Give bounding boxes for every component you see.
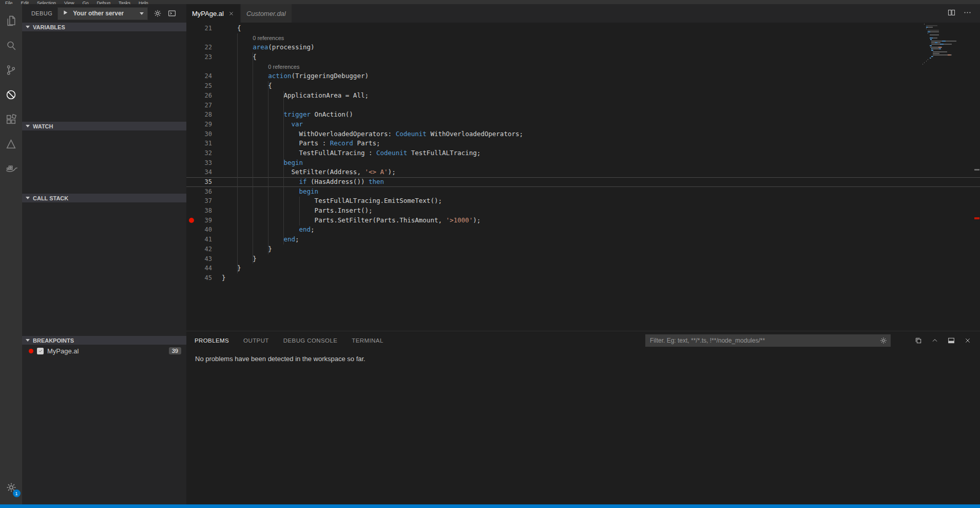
breakpoint-gutter[interactable]	[186, 33, 197, 43]
docker-icon[interactable]	[0, 156, 22, 181]
section-header-call-stack[interactable]: CALL STACK	[22, 194, 186, 202]
line-number[interactable]: 23	[197, 52, 212, 62]
breakpoint-gutter[interactable]	[186, 244, 197, 254]
code-text[interactable]: if (HasAddress()) then	[222, 177, 980, 187]
code-text[interactable]: TestFullALTracing.EmitSomeText();	[222, 196, 980, 206]
line-number[interactable]: 27	[197, 101, 212, 110]
breakpoint-gutter[interactable]	[186, 62, 197, 72]
close-panel-icon[interactable]	[964, 336, 972, 345]
line-number[interactable]: 45	[197, 273, 212, 283]
code-text[interactable]: ApplicationArea = All;	[222, 91, 980, 101]
code-text[interactable]: TestFullALTracing : Codeunit TestFullALT…	[222, 148, 980, 158]
line-number[interactable]: 31	[197, 139, 212, 148]
code-text[interactable]: {	[222, 52, 980, 62]
line-number[interactable]: 36	[197, 187, 212, 197]
configure-gear-icon[interactable]	[153, 9, 162, 18]
debug-config-dropdown[interactable]: Your other server	[57, 7, 148, 20]
line-number[interactable]: 24	[197, 71, 212, 81]
start-debugging-icon[interactable]	[62, 9, 69, 18]
code-text[interactable]: begin	[222, 158, 980, 168]
overview-ruler[interactable]	[973, 23, 980, 331]
split-editor-icon[interactable]	[947, 8, 956, 18]
breakpoint-gutter[interactable]	[186, 177, 197, 187]
breakpoint-gutter[interactable]	[186, 43, 197, 52]
breakpoint-gutter[interactable]	[186, 120, 197, 129]
code-text[interactable]	[222, 101, 980, 110]
line-number[interactable]: 39	[197, 216, 212, 225]
line-number[interactable]: 35	[197, 177, 212, 187]
breakpoint-gutter[interactable]	[186, 71, 197, 81]
breakpoint-gutter[interactable]	[186, 167, 197, 177]
line-number[interactable]	[197, 62, 212, 72]
line-number[interactable]: 44	[197, 264, 212, 273]
panel-tab-output[interactable]: OUTPUT	[243, 337, 269, 344]
breakpoint-gutter[interactable]	[186, 129, 197, 139]
menu-item-edit[interactable]: Edit	[21, 0, 29, 4]
code-text[interactable]: begin	[222, 187, 980, 197]
breakpoint-gutter[interactable]	[186, 264, 197, 273]
search-icon[interactable]	[0, 33, 22, 58]
minimap[interactable]	[923, 24, 972, 65]
code-text[interactable]: {	[222, 81, 980, 91]
section-header-watch[interactable]: WATCH	[22, 122, 186, 130]
codelens-label[interactable]: 0 references	[222, 62, 980, 72]
code-text[interactable]: }	[222, 254, 980, 264]
breakpoint-gutter[interactable]	[186, 148, 197, 158]
breakpoint-gutter[interactable]	[186, 24, 197, 33]
breakpoint-gutter[interactable]	[186, 139, 197, 148]
code-text[interactable]: trigger OnAction()	[222, 110, 980, 120]
breakpoint-gutter[interactable]	[186, 235, 197, 244]
codelens-label[interactable]: 0 references	[222, 33, 980, 43]
line-number[interactable]: 33	[197, 158, 212, 168]
section-header-breakpoints[interactable]: BREAKPOINTS	[22, 336, 186, 345]
toggle-panel-layout-icon[interactable]	[947, 336, 955, 345]
line-number[interactable]: 41	[197, 235, 212, 244]
breakpoint-gutter[interactable]	[186, 81, 197, 91]
breakpoint-gutter[interactable]	[186, 91, 197, 101]
code-text[interactable]: end;	[222, 225, 980, 235]
breakpoint-gutter[interactable]	[186, 187, 197, 197]
breakpoint-checkbox[interactable]	[37, 348, 44, 354]
extensions-icon[interactable]	[0, 107, 22, 131]
breakpoint-gutter[interactable]	[186, 158, 197, 168]
breakpoint-gutter[interactable]	[186, 254, 197, 264]
tab-customer-dal[interactable]: Customer.dal	[241, 4, 292, 23]
menu-item-file[interactable]: File	[5, 0, 13, 4]
line-number[interactable]: 25	[197, 81, 212, 91]
breakpoint-gutter[interactable]	[186, 225, 197, 235]
line-number[interactable]	[197, 33, 212, 43]
menu-item-go[interactable]: Go	[82, 0, 88, 4]
restore-panel-icon[interactable]	[914, 336, 923, 345]
section-header-variables[interactable]: VARIABLES	[22, 23, 186, 31]
problems-filter-input[interactable]	[650, 337, 879, 344]
tab-mypage-al[interactable]: MyPAge.al	[186, 4, 241, 23]
panel-tab-problems[interactable]: PROBLEMS	[195, 337, 229, 344]
line-number[interactable]: 28	[197, 110, 212, 120]
code-text[interactable]: action(TriggeringDebugger)	[222, 71, 980, 81]
code-text[interactable]: SetFilter(Address, '<> A');	[222, 167, 980, 177]
problems-filter[interactable]	[645, 334, 891, 347]
code-text[interactable]: WithOverloadedOperators: Codeunit WithOv…	[222, 129, 980, 139]
breakpoint-gutter[interactable]	[186, 273, 197, 283]
code-text[interactable]: Parts : Record Parts;	[222, 139, 980, 148]
breakpoint-gutter[interactable]	[186, 52, 197, 62]
more-actions-icon[interactable]	[963, 8, 972, 18]
breakpoint-gutter[interactable]	[186, 206, 197, 216]
code-text[interactable]: {	[222, 24, 980, 33]
code-editor[interactable]: 21{0 references22area(processing)23{0 re…	[186, 23, 980, 331]
debug-console-icon[interactable]	[167, 9, 177, 18]
line-number[interactable]: 37	[197, 196, 212, 206]
code-text[interactable]: }	[222, 264, 980, 273]
code-text[interactable]: }	[222, 244, 980, 254]
maximize-panel-icon[interactable]	[931, 336, 939, 345]
manage-gear-icon[interactable]: 1	[5, 481, 17, 495]
line-number[interactable]: 40	[197, 225, 212, 235]
code-text[interactable]: end;	[222, 235, 980, 244]
menu-item-debug[interactable]: Debug	[97, 0, 110, 4]
source-control-icon[interactable]	[0, 58, 22, 82]
menu-item-view[interactable]: View	[64, 0, 74, 4]
line-number[interactable]: 29	[197, 120, 212, 129]
breakpoint-gutter[interactable]	[186, 110, 197, 120]
line-number[interactable]: 34	[197, 167, 212, 177]
code-text[interactable]: Parts.SetFilter(Parts.ThisAmount, '>1000…	[222, 216, 980, 225]
